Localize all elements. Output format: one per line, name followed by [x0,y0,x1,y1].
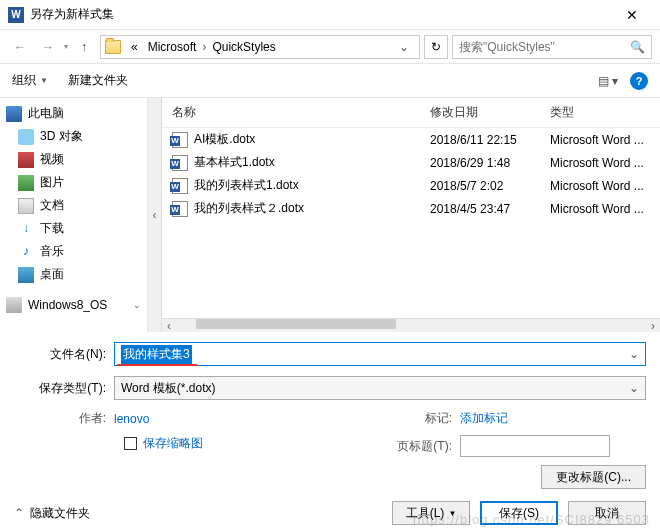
tags-value[interactable]: 添加标记 [460,410,508,427]
new-folder-button[interactable]: 新建文件夹 [68,72,128,89]
page-title-input[interactable] [460,435,610,457]
dotx-icon [172,155,188,171]
history-dropdown[interactable]: ▾ [64,42,68,51]
sidebar-item-videos[interactable]: 视频 [0,148,147,171]
expand-icon[interactable]: ⌄ [133,300,141,310]
file-row[interactable]: 我的列表样式1.dotx2018/5/7 2:02Microsoft Word … [162,174,660,197]
nav-bar: ← → ▾ ↑ « Microsoft › QuickStyles ⌄ ↻ 🔍 [0,30,660,64]
breadcrumb[interactable]: « Microsoft › QuickStyles ⌄ [100,35,420,59]
music-icon: ♪ [18,244,34,260]
file-row[interactable]: AI模板.dotx2018/6/11 22:15Microsoft Word .… [162,128,660,151]
filetype-value: Word 模板(*.dotx) [121,380,215,397]
scroll-left-button[interactable]: ‹ [148,98,162,332]
dotx-icon [172,178,188,194]
save-thumbnail-checkbox[interactable]: 保存缩略图 [124,435,300,452]
author-value[interactable]: lenovo [114,412,149,426]
sidebar-item-downloads[interactable]: ↓下载 [0,217,147,240]
file-type: Microsoft Word ... [550,179,660,193]
refresh-button[interactable]: ↻ [424,35,448,59]
desktop-icon [18,267,34,283]
sidebar-item-3d[interactable]: 3D 对象 [0,125,147,148]
search-icon[interactable]: 🔍 [630,40,645,54]
titlebar: W 另存为新样式集 ✕ [0,0,660,30]
view-options-button[interactable]: ▤ ▾ [598,74,618,88]
filename-label: 文件名(N): [14,346,114,363]
back-button[interactable]: ← [8,35,32,59]
col-date[interactable]: 修改日期 [430,104,550,121]
checkbox-icon[interactable] [124,437,137,450]
author-label: 作者: [14,410,114,427]
file-row[interactable]: 基本样式1.dotx2018/6/29 1:48Microsoft Word .… [162,151,660,174]
cancel-button[interactable]: 取消 [568,501,646,525]
organize-menu[interactable]: 组织 ▼ [12,72,48,89]
main-area: 此电脑 3D 对象 视频 图片 文档 ↓下载 ♪音乐 桌面 Windows8_O… [0,98,660,332]
save-form: 文件名(N): 我的样式集3 ⌄ 保存类型(T): Word 模板(*.dotx… [0,332,660,497]
col-type[interactable]: 类型 [550,104,660,121]
filetype-select[interactable]: Word 模板(*.dotx) ⌄ [114,376,646,400]
file-type: Microsoft Word ... [550,202,660,216]
change-title-button[interactable]: 更改标题(C)... [541,465,646,489]
scroll-right-arrow[interactable]: › [646,319,660,333]
file-name: 基本样式1.dotx [194,154,430,171]
window-title: 另存为新样式集 [30,6,612,23]
forward-button[interactable]: → [36,35,60,59]
sidebar-item-pictures[interactable]: 图片 [0,171,147,194]
file-area: 名称 修改日期 类型 AI模板.dotx2018/6/11 22:15Micro… [162,98,660,332]
toolbar: 组织 ▼ 新建文件夹 ▤ ▾ ? [0,64,660,98]
pc-icon [6,106,22,122]
sidebar-item-documents[interactable]: 文档 [0,194,147,217]
sidebar: 此电脑 3D 对象 视频 图片 文档 ↓下载 ♪音乐 桌面 Windows8_O… [0,98,148,332]
sidebar-item-drive[interactable]: Windows8_OS⌄ [0,294,147,316]
video-icon [18,152,34,168]
file-date: 2018/6/11 22:15 [430,133,550,147]
scroll-thumb[interactable] [196,319,396,329]
filename-value: 我的样式集3 [121,345,192,364]
hide-folders-label[interactable]: 隐藏文件夹 [30,505,90,522]
help-button[interactable]: ? [630,72,648,90]
sidebar-label: 下载 [40,220,64,237]
path-dropdown[interactable]: ⌄ [393,40,415,54]
file-name: 我的列表样式1.dotx [194,177,430,194]
col-name[interactable]: 名称 [172,104,430,121]
sidebar-item-desktop[interactable]: 桌面 [0,263,147,286]
search-box[interactable]: 🔍 [452,35,652,59]
file-row[interactable]: 我的列表样式２.dotx2018/4/5 23:47Microsoft Word… [162,197,660,220]
sidebar-label: 视频 [40,151,64,168]
word-app-icon: W [8,7,24,23]
filename-dropdown[interactable]: ⌄ [629,347,639,361]
scroll-left-arrow[interactable]: ‹ [162,319,176,333]
sidebar-item-music[interactable]: ♪音乐 [0,240,147,263]
sidebar-item-this-pc[interactable]: 此电脑 [0,102,147,125]
filename-input[interactable]: 我的样式集3 ⌄ [114,342,646,366]
close-button[interactable]: ✕ [612,0,652,30]
caret-down-icon: ▼ [448,509,456,518]
file-list: AI模板.dotx2018/6/11 22:15Microsoft Word .… [162,128,660,318]
drive-icon [6,297,22,313]
filetype-dropdown[interactable]: ⌄ [629,381,639,395]
caret-down-icon: ▼ [40,76,48,85]
download-icon: ↓ [18,221,34,237]
file-date: 2018/6/29 1:48 [430,156,550,170]
up-button[interactable]: ↑ [72,35,96,59]
search-input[interactable] [459,40,630,54]
crumb-microsoft[interactable]: Microsoft [144,40,201,54]
tools-menu[interactable]: 工具(L)▼ [392,501,470,525]
file-date: 2018/5/7 2:02 [430,179,550,193]
expand-folders-button[interactable]: ⌃ [14,506,24,520]
crumb-quickstyles[interactable]: QuickStyles [208,40,279,54]
sidebar-label: 图片 [40,174,64,191]
crumb-prefix[interactable]: « [127,40,142,54]
file-type: Microsoft Word ... [550,133,660,147]
save-button[interactable]: 保存(S) [480,501,558,525]
save-thumb-label: 保存缩略图 [143,435,203,452]
horizontal-scrollbar[interactable]: ‹ › [162,318,660,332]
file-type: Microsoft Word ... [550,156,660,170]
sidebar-label: 3D 对象 [40,128,83,145]
file-name: 我的列表样式２.dotx [194,200,430,217]
file-date: 2018/4/5 23:47 [430,202,550,216]
file-name: AI模板.dotx [194,131,430,148]
sidebar-label: Windows8_OS [28,298,107,312]
picture-icon [18,175,34,191]
annotation-underline [117,364,197,366]
sidebar-label: 音乐 [40,243,64,260]
